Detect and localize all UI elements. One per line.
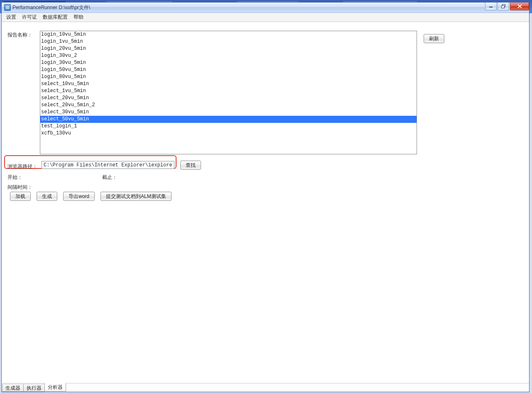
list-item[interactable]: select_50vu_5min bbox=[40, 116, 417, 123]
list-item[interactable]: select_20vu_5min bbox=[40, 95, 417, 102]
bottom-tab[interactable]: 执行器 bbox=[23, 384, 45, 392]
bottom-tabstrip: 生成器执行器分析器 bbox=[2, 383, 529, 391]
refresh-button[interactable]: 刷新 bbox=[424, 34, 444, 43]
minimize-icon bbox=[489, 4, 493, 8]
browser-path-input[interactable] bbox=[42, 161, 174, 169]
menu-license[interactable]: 许可证 bbox=[19, 13, 40, 22]
list-item[interactable]: select_30vu_5min bbox=[40, 109, 417, 116]
list-item[interactable]: login_30vu_2 bbox=[40, 52, 417, 59]
window-title: PerformanceRunner D:\soft\pr文件\ bbox=[12, 4, 90, 11]
report-listbox[interactable]: login_10vu_5minlogin_1vu_5minlogin_20vu_… bbox=[40, 31, 417, 154]
stop-label: 截止： bbox=[102, 174, 117, 181]
load-button[interactable]: 加载 bbox=[10, 192, 31, 201]
start-label: 开始： bbox=[7, 174, 22, 181]
menu-help[interactable]: 帮助 bbox=[71, 13, 86, 22]
menu-bar: 设置 许可证 数据库配置 帮助 bbox=[2, 13, 529, 22]
export-word-button[interactable]: 导出word bbox=[63, 192, 95, 201]
minimize-button[interactable] bbox=[485, 2, 497, 10]
list-item[interactable]: login_20vu_5min bbox=[40, 45, 417, 52]
list-item[interactable]: login_1vu_5min bbox=[40, 38, 417, 45]
list-item[interactable]: select_20vu_5min_2 bbox=[40, 102, 417, 109]
close-button[interactable] bbox=[510, 2, 529, 10]
find-button[interactable]: 查找 bbox=[180, 161, 201, 170]
generate-button[interactable]: 生成 bbox=[37, 192, 57, 201]
browser-path-label: 浏览器路径： bbox=[7, 163, 37, 170]
main-window: PerformanceRunner D:\soft\pr文件\ 设置 许可证 bbox=[1, 2, 530, 392]
report-name-label: 报告名称： bbox=[7, 32, 32, 39]
list-item[interactable]: test_login_1 bbox=[40, 123, 417, 130]
bottom-tab[interactable]: 生成器 bbox=[2, 384, 24, 392]
action-button-row: 加载 生成 导出word 提交测试文档到ALM测试集 bbox=[10, 192, 172, 201]
maximize-icon bbox=[501, 4, 505, 8]
app-icon bbox=[4, 4, 11, 11]
title-bar[interactable]: PerformanceRunner D:\soft\pr文件\ bbox=[2, 2, 529, 13]
menu-settings[interactable]: 设置 bbox=[3, 13, 19, 22]
list-item[interactable]: login_80vu_5min bbox=[40, 73, 417, 81]
menu-db-config[interactable]: 数据库配置 bbox=[40, 13, 71, 22]
window-controls bbox=[484, 2, 529, 11]
svg-rect-2 bbox=[502, 6, 505, 8]
list-item[interactable]: login_10vu_5min bbox=[40, 31, 417, 38]
list-item[interactable]: login_50vu_5min bbox=[40, 66, 417, 73]
list-item[interactable]: login_30vu_5min bbox=[40, 59, 417, 66]
interval-label: 间隔时间： bbox=[7, 184, 32, 191]
client-area: 报告名称： login_10vu_5minlogin_1vu_5minlogin… bbox=[2, 22, 529, 383]
close-icon bbox=[517, 4, 522, 8]
bottom-tab[interactable]: 分析器 bbox=[44, 383, 66, 391]
maximize-button[interactable] bbox=[498, 2, 509, 10]
list-item[interactable]: select_1vu_5min bbox=[40, 88, 417, 95]
list-item[interactable]: xcfb_130vu bbox=[40, 130, 417, 137]
list-item[interactable]: select_10vu_5min bbox=[40, 81, 417, 88]
submit-alm-button[interactable]: 提交测试文档到ALM测试集 bbox=[101, 192, 172, 201]
